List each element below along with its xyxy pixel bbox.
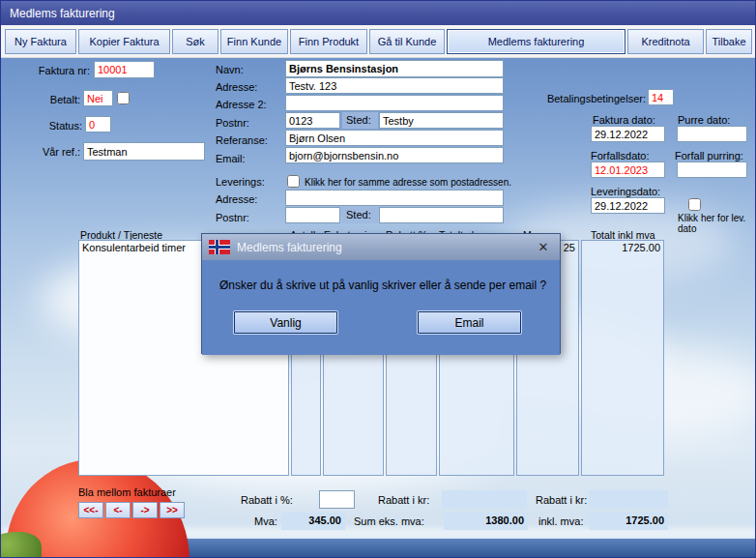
toolbar-button-tilbake[interactable]: Tilbake <box>706 29 752 54</box>
postnr-label: Postnr: <box>216 117 249 129</box>
app-window: Medlems fakturering Ny Faktura Kopier Fa… <box>0 0 756 558</box>
nav-first-button[interactable]: <<- <box>78 502 103 518</box>
sted-label: Sted: <box>342 112 378 129</box>
email-input[interactable] <box>285 147 504 163</box>
navn-input[interactable] <box>285 60 504 77</box>
delivery-adresse-input[interactable] <box>285 190 504 206</box>
toolbar-button-kopier-faktura[interactable]: Kopier Faktura <box>78 29 170 54</box>
inkl-mva-label: inkl. mva: <box>538 515 583 527</box>
toolbar-button-ny-faktura[interactable]: Ny Faktura <box>5 29 76 54</box>
same-address-checkbox[interactable] <box>287 175 300 188</box>
sum-eks-mva-value: 1380.00 <box>444 513 528 530</box>
dialog-title-bar: Medlems fakturering ✕ <box>202 234 560 260</box>
betalingsbetingelser-label: Betalingsbetingelser: <box>518 93 646 104</box>
status-label: Status: <box>30 120 82 132</box>
toolbar: Ny Faktura Kopier Faktura Søk Finn Kunde… <box>1 25 755 58</box>
leaf-photo <box>1 532 42 558</box>
leverings-label: Leverings: <box>216 176 265 188</box>
referanse-label: Referanse: <box>216 134 268 146</box>
adresse2-input[interactable] <box>285 95 504 111</box>
forfall-purring-label: Forfall purring: <box>675 150 743 162</box>
adresse-label: Adresse: <box>216 81 257 93</box>
window-title: Medlems fakturering <box>10 7 115 20</box>
rabatt-kr-label-2: Rabatt i kr: <box>536 494 587 506</box>
betalt-label: Betalt: <box>30 94 80 105</box>
postnr-input[interactable] <box>285 112 340 129</box>
delivery-postnr-label: Postnr: <box>216 212 249 223</box>
dialog-body: Ønsker du å skrive ut på vanlig skriver … <box>202 260 560 355</box>
toolbar-button-kreditnota[interactable]: Kreditnota <box>627 29 704 54</box>
dialog-title: Medlems fakturering <box>237 241 528 254</box>
rabatt-pct-input[interactable] <box>319 490 355 509</box>
rabatt-kr-field-1 <box>442 490 527 509</box>
faktura-nr-label: Faktura nr: <box>18 65 90 76</box>
leveringsdato-input[interactable] <box>591 197 665 214</box>
nav-prev-button[interactable]: <- <box>105 502 131 518</box>
faktura-nr-input[interactable] <box>94 61 155 78</box>
delivery-sted-input[interactable] <box>379 207 504 223</box>
email-label: Email: <box>216 153 246 164</box>
sted-input[interactable] <box>379 112 504 129</box>
delivery-adresse-label: Adresse: <box>216 193 257 205</box>
faktura-dato-input[interactable] <box>591 126 665 142</box>
betalt-checkbox[interactable] <box>117 92 130 104</box>
delivery-postnr-input[interactable] <box>285 207 340 223</box>
forfall-purring-input[interactable] <box>677 162 747 178</box>
totalt-inkl-mva-column[interactable]: 1725.00 <box>581 240 664 476</box>
toolbar-button-ga-til-kunde[interactable]: Gå til Kunde <box>369 29 445 54</box>
lev-dato-checkbox-text: Klikk her for lev. dato <box>678 213 751 234</box>
sum-eks-mva-label: Sum eks. mva: <box>354 515 424 527</box>
forfallsdato-label: Forfallsdato: <box>591 150 650 162</box>
var-ref-label: Vår ref.: <box>18 146 80 158</box>
title-bar: Medlems fakturering <box>1 1 755 25</box>
browse-invoices-label: Bla mellom fakturaer <box>78 486 176 498</box>
adresse-input[interactable] <box>285 77 504 94</box>
norwegian-flag-icon <box>209 240 230 254</box>
dialog-message: Ønsker du å skrive ut på vanlig skriver … <box>219 279 546 292</box>
purre-dato-label: Purre dato: <box>678 114 730 126</box>
delivery-sted-label: Sted: <box>342 207 378 223</box>
leveringsdato-label: Leveringsdato: <box>591 186 660 197</box>
referanse-input[interactable] <box>285 130 504 146</box>
status-input[interactable] <box>85 116 111 132</box>
forfallsdato-input[interactable] <box>591 162 665 178</box>
print-dialog: Medlems fakturering ✕ Ønsker du å skrive… <box>201 233 561 354</box>
toolbar-button-sok[interactable]: Søk <box>172 29 218 54</box>
same-address-text: Klikk her for samme adresse som postadre… <box>305 177 511 188</box>
var-ref-input[interactable] <box>83 142 205 161</box>
navn-label: Navn: <box>216 64 244 75</box>
nav-next-button[interactable]: -> <box>132 502 158 518</box>
betalingsbetingelser-input[interactable] <box>648 89 674 105</box>
faktura-dato-label: Faktura dato: <box>593 114 655 126</box>
mva-sum-value: 345.00 <box>281 513 345 530</box>
mva-sum-label: Mva: <box>254 515 277 527</box>
toolbar-button-medlems-fakturering[interactable]: Medlems fakturering <box>447 29 625 54</box>
nav-last-button[interactable]: >> <box>160 502 185 518</box>
lev-dato-checkbox[interactable] <box>688 198 701 211</box>
email-button[interactable]: Email <box>418 311 521 334</box>
toolbar-button-finn-kunde[interactable]: Finn Kunde <box>220 29 288 54</box>
betalt-input[interactable] <box>83 90 113 106</box>
purre-dato-input[interactable] <box>677 126 747 142</box>
inkl-mva-value: 1725.00 <box>589 513 668 530</box>
rabatt-kr-label-1: Rabatt i kr: <box>378 494 429 506</box>
adresse2-label: Adresse 2: <box>216 99 267 110</box>
totalt-inkl-mva-cell[interactable]: 1725.00 <box>582 241 663 255</box>
rabatt-kr-field-2 <box>589 490 668 509</box>
close-icon[interactable]: ✕ <box>535 240 552 254</box>
vanlig-button[interactable]: Vanlig <box>234 311 337 334</box>
rabatt-pct-label: Rabatt i %: <box>241 494 293 506</box>
toolbar-button-finn-produkt[interactable]: Finn Produkt <box>290 29 367 54</box>
